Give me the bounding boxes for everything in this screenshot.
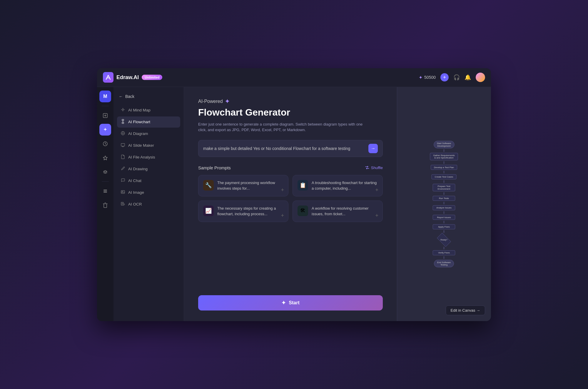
card-text-creating: The necessary steps for creating a flowc… [217,206,283,217]
add-credits-button[interactable]: + [440,73,449,81]
fc-line-3 [444,171,444,173]
card-plus-2: + [375,187,378,193]
bell-icon[interactable]: 🔔 [465,74,471,81]
avatar[interactable] [476,73,485,82]
svg-rect-6 [103,190,107,190]
sidebar-item-trash[interactable] [99,199,111,211]
icon-sidebar: M [97,87,113,321]
sidebar-item-ai-mind-map[interactable]: AI Mind Map [117,105,180,116]
fc-line-5 [444,192,444,195]
fc-line-1 [444,149,444,151]
sidebar-separator-2 [102,181,109,182]
app-logo-text: Edraw.AI [116,74,139,81]
preview-content: Start SoftwareDevelopment Gather Require… [397,87,491,321]
page-description: Enter just one sentence to generate a co… [198,121,369,133]
sample-prompts-header: Sample Prompts Shuffle [198,165,383,170]
send-button[interactable]: → [368,144,378,153]
sidebar-item-stack[interactable] [99,185,111,197]
unlimited-badge: Unlimited [142,75,162,80]
sidebar-item-layers[interactable] [99,166,111,178]
svg-point-9 [122,109,124,110]
fc-line-7 [444,211,444,214]
sidebar-item-ai-diagram[interactable]: AI Diagram [117,128,180,139]
fc-line-4 [444,180,444,183]
mind-map-icon [121,107,125,113]
fc-line-11 [444,256,444,259]
image-icon [121,190,125,196]
prompt-card-payment[interactable]: 🔧 The payment processing workflow involv… [198,175,288,196]
diagram-icon [121,131,125,137]
edit-canvas-button[interactable]: Edit in Canvas → [446,305,485,315]
fc-start-node: Start SoftwareDevelopment [434,141,455,148]
sidebar-item-ai-flowchart[interactable]: AI Flowchart [117,116,180,128]
fc-end-node: End SoftwareTesting [434,260,454,267]
svg-rect-23 [121,191,125,193]
fc-line-6 [444,202,444,204]
ai-mind-map-label: AI Mind Map [128,108,151,112]
shuffle-button[interactable]: Shuffle [365,166,383,170]
ai-diagram-label: AI Diagram [128,131,148,136]
sidebar-item-clock[interactable] [99,138,111,150]
card-content-3: 📈 The necessary steps for creating a flo… [203,206,283,217]
ai-image-label: AI Image [128,190,144,195]
fc-node-2: Develop a Test Plan [431,165,457,170]
ai-powered-text: AI-Powered [198,99,223,104]
sidebar-item-ai-drawing[interactable]: AI Drawing [117,163,180,175]
card-text-troubleshooting: A troubleshooting flowchart for starting… [312,180,378,191]
sidebar-item-user[interactable]: M [99,91,111,102]
card-content-2: 📋 A troubleshooting flowchart for starti… [298,180,378,191]
sidebar-item-ai-ocr[interactable]: AI OCR [117,199,180,210]
prompt-input[interactable] [203,146,365,151]
prompt-input-area: → [198,140,383,157]
fc-node-9: Verify Fixes [433,250,455,255]
shuffle-label: Shuffle [371,166,383,170]
prompt-card-creating[interactable]: 📈 The necessary steps for creating a flo… [198,201,288,222]
svg-line-5 [105,144,106,144]
fc-node-5: Run Tests [433,196,455,201]
svg-rect-8 [103,192,107,193]
sidebar-separator-1 [102,106,109,106]
start-button[interactable]: ✦ Start [198,295,383,310]
sidebar-item-star[interactable] [99,152,111,164]
card-plus-3: + [281,213,284,219]
fc-node-8: Apply Fixes [433,224,455,229]
ai-chat-label: AI Chat [128,178,141,183]
flowchart-preview: Start SoftwareDevelopment Gather Require… [430,141,458,267]
sparkle-decoration: ✦ [225,98,230,105]
ai-ocr-label: AI OCR [128,202,142,206]
start-sparkle-icon: ✦ [281,300,286,306]
fc-line-9 [444,230,444,233]
sidebar-item-ai-image[interactable]: AI Image [117,187,180,198]
back-button[interactable]: ← Back [117,92,180,101]
file-icon [121,154,125,160]
ai-file-analysis-label: AI File Analysis [128,155,155,159]
fc-line-2 [444,161,444,164]
prompt-card-customer[interactable]: 🛠 A workflow for resolving customer issu… [293,201,383,222]
card-plus-1: + [281,187,284,193]
ai-slide-maker-label: AI Slide Maker [128,143,154,148]
fc-node-1: Gather Requirements& and Specification [430,153,458,160]
card-content-4: 🛠 A workflow for resolving customer issu… [298,206,378,217]
sidebar-item-ai[interactable] [99,124,111,136]
back-arrow-icon: ← [119,94,123,99]
fc-node-4: Prepare TestEnvironment [433,184,455,191]
header: Edraw.AI Unlimited ✦ 50500 + 🎧 🔔 [97,68,491,87]
logo-area: Edraw.AI Unlimited [103,72,162,83]
content-area: AI-Powered ✦ Flowchart Generator Enter j… [184,87,397,321]
headset-icon[interactable]: 🎧 [453,74,460,81]
edit-canvas-label: Edit in Canvas → [451,308,480,313]
chat-icon [121,178,125,184]
ocr-icon [121,201,125,207]
logo-icon [103,72,113,83]
fc-node-7: Report Issues [433,215,455,220]
sidebar-item-ai-slide-maker[interactable]: AI Slide Maker [117,140,180,151]
prompt-cards-grid: 🔧 The payment processing workflow involv… [198,175,383,222]
prompt-card-troubleshooting[interactable]: 📋 A troubleshooting flowchart for starti… [293,175,383,196]
sample-prompts-title: Sample Prompts [198,165,231,170]
sidebar-item-new[interactable] [99,110,111,121]
sidebar-item-ai-chat[interactable]: AI Chat [117,175,180,186]
card-text-payment: The payment processing workflow involves… [217,180,283,191]
sidebar-item-ai-file-analysis[interactable]: AI File Analysis [117,152,180,163]
back-label: Back [125,94,134,99]
ai-powered-label: AI-Powered ✦ [198,98,383,105]
